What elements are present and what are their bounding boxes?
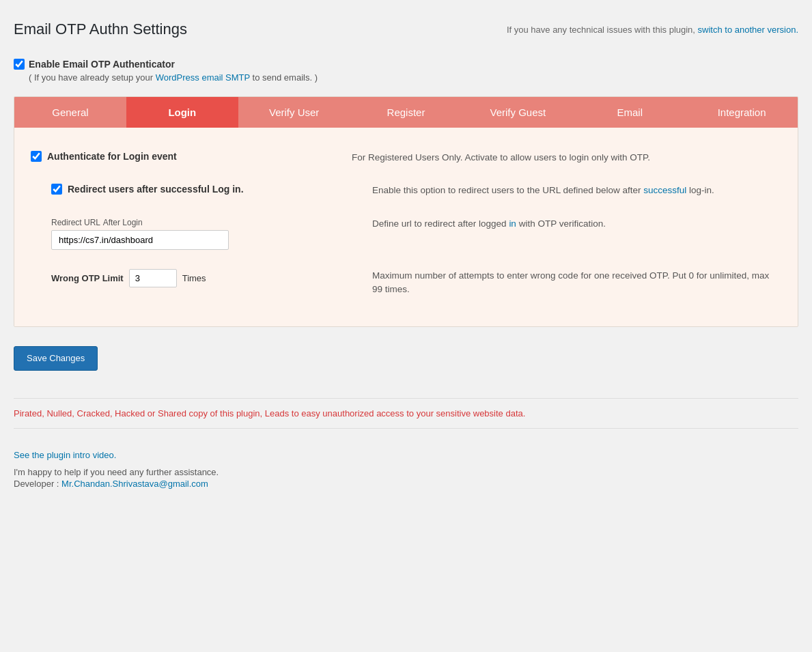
switch-version-link[interactable]: switch to another version. — [698, 25, 798, 35]
tab-verify-user[interactable]: Verify User — [238, 97, 350, 128]
authenticate-description: For Registered Users Only. Activate to a… — [352, 151, 781, 165]
redirect-url-description: Define url to redirect after logged in w… — [372, 217, 781, 231]
tab-login[interactable]: Login — [126, 97, 238, 128]
footer-developer: Developer : Mr.Chandan.Shrivastava@gmail… — [14, 479, 798, 489]
page-title: Email OTP Authn Settings — [14, 20, 187, 38]
redirect-checkbox-label[interactable]: Redirect users after successful Log in. — [51, 184, 372, 195]
wrong-otp-field: Wrong OTP Limit Times — [51, 269, 372, 287]
wrong-otp-row: Wrong OTP Limit Times Maximum number of … — [31, 259, 781, 307]
tab-verify-guest[interactable]: Verify Guest — [462, 97, 574, 128]
authenticate-checkbox-label[interactable]: Authenticate for Login event — [31, 151, 352, 162]
tab-content-login: Authenticate for Login event For Registe… — [14, 128, 798, 326]
developer-email-link[interactable]: Mr.Chandan.Shrivastava@gmail.com — [61, 479, 208, 489]
footer-section: See the plugin intro video. I'm happy to… — [14, 442, 798, 496]
tab-email[interactable]: Email — [574, 97, 686, 128]
authenticate-label-col: Authenticate for Login event — [31, 151, 352, 162]
redirect-row: Redirect users after successful Log in. … — [31, 174, 781, 207]
redirect-url-field-label: Redirect URL After Login — [51, 217, 372, 227]
footer-help-text: I'm happy to help if you need any furthe… — [14, 467, 798, 477]
enable-section: Enable Email OTP Authenticator ( If you … — [14, 59, 798, 83]
tabs-container: General Login Verify User Register Verif… — [14, 96, 798, 327]
wrong-otp-label-col: Wrong OTP Limit Times — [51, 269, 372, 287]
authenticate-checkbox[interactable] — [31, 151, 42, 162]
save-button[interactable]: Save Changes — [14, 346, 98, 371]
enable-label[interactable]: Enable Email OTP Authenticator — [14, 59, 175, 70]
intro-video-link[interactable]: See the plugin intro video. — [14, 450, 116, 460]
enable-checkbox[interactable] — [14, 59, 25, 70]
enable-subtitle: ( If you have already setup your WordPre… — [29, 72, 318, 83]
smtp-link[interactable]: WordPress email SMTP — [156, 72, 250, 83]
redirect-url-field-group: Redirect URL After Login — [51, 217, 372, 250]
redirect-checkbox[interactable] — [51, 184, 62, 195]
wrong-otp-input[interactable] — [129, 269, 177, 287]
redirect-url-input[interactable] — [51, 230, 229, 250]
redirect-label-col: Redirect users after successful Log in. — [51, 184, 372, 195]
redirect-url-label-col: Redirect URL After Login — [51, 217, 372, 250]
redirect-description: Enable this option to redirect users to … — [372, 184, 781, 197]
header-notice: If you have any technical issues with th… — [507, 20, 798, 35]
authenticate-row: Authenticate for Login event For Registe… — [31, 141, 781, 174]
tabs-nav: General Login Verify User Register Verif… — [14, 97, 798, 128]
tab-register[interactable]: Register — [350, 97, 462, 128]
tab-general[interactable]: General — [14, 97, 126, 128]
warning-text: Pirated, Nulled, Cracked, Hacked or Shar… — [14, 408, 798, 419]
warning-section: Pirated, Nulled, Cracked, Hacked or Shar… — [14, 398, 798, 429]
redirect-url-row: Redirect URL After Login Define url to r… — [31, 208, 781, 259]
tab-integration[interactable]: Integration — [686, 97, 798, 128]
wrong-otp-description: Maximum number of attempts to enter wron… — [372, 269, 781, 297]
save-section: Save Changes — [14, 346, 798, 371]
page-header: Email OTP Authn Settings If you have any… — [14, 20, 798, 38]
